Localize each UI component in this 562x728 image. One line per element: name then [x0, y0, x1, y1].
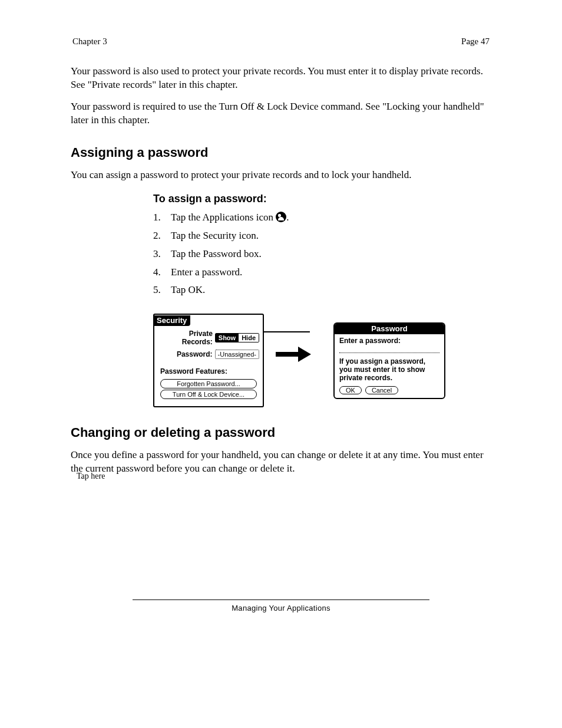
assign-password-paragraph: You can assign a password to protect you… [71, 169, 491, 182]
tap-here-callout: Tap here [77, 472, 147, 482]
password-input[interactable] [339, 347, 439, 353]
private-records-label: Private Records: [158, 330, 213, 346]
toggle-show[interactable]: Show [216, 334, 239, 342]
arrow-icon [276, 353, 322, 369]
ok-button[interactable]: OK [339, 386, 362, 394]
step-3: Tap the Password box. [171, 248, 491, 261]
step-1: Tap the Applications icon . [171, 211, 491, 225]
security-panel: Security Private Records: Show Hide Pass… [153, 314, 264, 407]
header-page-number: Page 47 [461, 37, 490, 47]
password-dialog: Password Enter a password: If you assign… [333, 322, 445, 398]
assign-password-heading: Assigning a password [71, 145, 491, 160]
intro-paragraph-2: Your password is required to use the Tur… [71, 100, 491, 127]
svg-marker-1 [298, 347, 311, 362]
footer-rule [133, 599, 429, 600]
assign-steps-title: To assign a password: [153, 193, 491, 205]
step-2: Tap the Security icon. [171, 229, 491, 243]
password-label: Password: [158, 350, 213, 358]
change-delete-heading: Changing or deleting a password [71, 425, 491, 440]
cancel-button[interactable]: Cancel [365, 386, 398, 394]
svg-rect-0 [276, 352, 298, 357]
toggle-hide[interactable]: Hide [239, 334, 259, 342]
footer-text: Managing Your Applications [133, 604, 429, 612]
forgotten-password-button[interactable]: Forgotten Password... [160, 379, 257, 388]
password-dialog-prompt: Enter a password: [339, 337, 439, 345]
private-records-toggle[interactable]: Show Hide [215, 333, 259, 342]
security-panel-title: Security [154, 315, 190, 326]
step-5: Tap OK. [171, 284, 491, 297]
password-box[interactable]: -Unassigned- [215, 350, 259, 359]
applications-icon [276, 212, 286, 222]
intro-paragraph-1: Your password is also used to protect yo… [71, 65, 491, 92]
password-features-label: Password Features: [154, 359, 263, 378]
turn-off-lock-button[interactable]: Turn Off & Lock Device... [160, 390, 257, 399]
assign-steps-list: 1.Tap the Applications icon . 2.Tap the … [153, 211, 491, 298]
password-dialog-title: Password [335, 324, 444, 334]
password-dialog-message: If you assign a password, you must enter… [339, 358, 439, 382]
step-4: Enter a password. [171, 266, 491, 279]
header-chapter: Chapter 3 [72, 37, 107, 47]
